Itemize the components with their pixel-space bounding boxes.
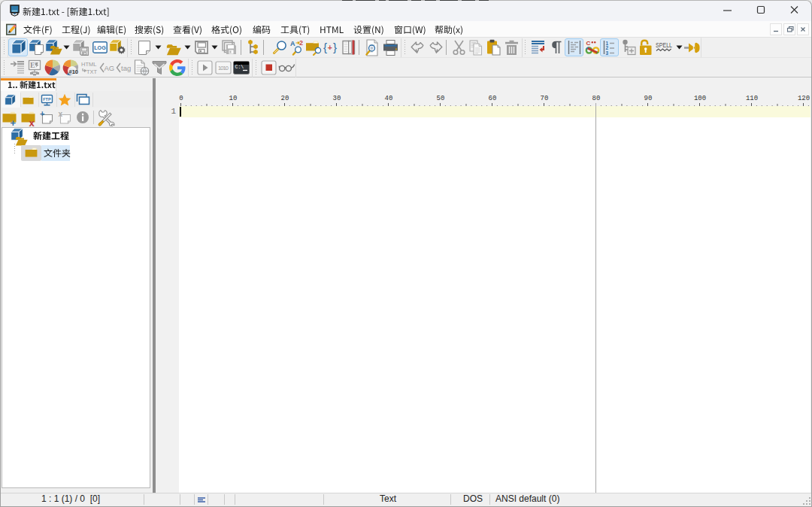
svg-text:FTP: FTP <box>43 97 51 102</box>
svg-text:C:\: C:\ <box>235 65 244 70</box>
svg-text:C: C <box>586 40 591 47</box>
svg-text:A: A <box>290 40 295 47</box>
svg-text:+: + <box>11 117 17 126</box>
svg-text:HTML: HTML <box>81 61 96 68</box>
svg-text:SPELL: SPELL <box>656 41 672 49</box>
svg-text:}: } <box>333 41 337 53</box>
svg-text:#10: #10 <box>69 68 79 75</box>
svg-text:x: x <box>59 111 63 118</box>
svg-text:1010: 1010 <box>218 65 229 71</box>
svg-text:AG: AG <box>105 64 115 72</box>
svg-text:+: + <box>328 43 332 52</box>
svg-text:2: 2 <box>299 39 303 47</box>
svg-text:x: x <box>29 117 35 126</box>
svg-text:LOG: LOG <box>94 44 106 51</box>
svg-text:{: { <box>323 41 327 53</box>
svg-text:+: + <box>40 111 44 118</box>
svg-text:TXT: TXT <box>86 68 98 75</box>
svg-text:tag: tag <box>121 64 131 72</box>
svg-text:3: 3 <box>606 50 609 56</box>
svg-text:E: E <box>30 61 35 69</box>
